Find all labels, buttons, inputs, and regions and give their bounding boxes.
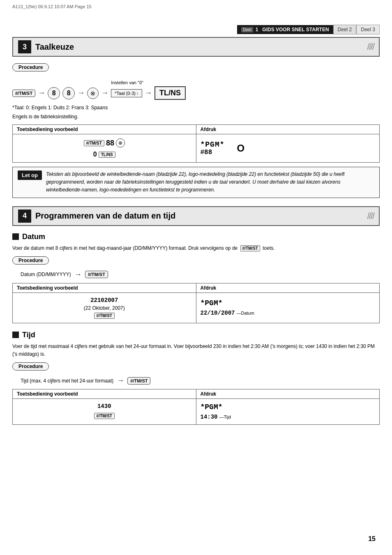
datum-value-display: 22/10/2007 [201,310,235,316]
datum-arrow: → [74,270,82,279]
section4-header: 4 Programmeren van de datum en tijd //// [12,206,380,226]
example-0-s3: 0 [93,151,97,158]
let-op-text: Teksten als bijvoorbeeld de winkelbedien… [46,170,374,194]
deel1-label: Deel [241,27,253,32]
datum-proc-diagram: Datum (DD/MM/YYYY) → #/TM/ST [21,270,380,279]
ex-datum-key: #/TM/ST [94,313,115,319]
datum-proc-key: #/TM/ST [85,271,108,278]
procedure-badge-tijd: Procedure [12,362,49,371]
display-hash88-s3: #88 [201,149,225,156]
deel2-num: 2 [349,27,352,32]
key-x-ex-s3: ⊗ [116,138,125,147]
deel1-title: GIDS VOOR SNEL STARTEN [262,27,329,32]
key-tl-ns-s3: TL/NS [154,86,186,100]
section3-title: Taalkeuze [35,42,74,52]
example-table-header-s3: Toetsbediening voorbeeld Afdruk [13,125,379,134]
col-left-label-s3: Toetsbediening voorbeeld [13,125,196,134]
deel3-nav: Deel 3 [356,25,380,35]
example-table-header-datum: Toetsbediening voorbeeld Afdruk [13,283,379,293]
example-table-body-datum: 22102007 (22 Oktober, 2007) #/TM/ST *PGM… [13,293,379,323]
key-8b-s3: 8 [62,87,75,99]
deel3-label: Deel [361,27,371,32]
key-small-hash-s3: #/TM/ST [84,140,104,146]
example-left-s3: #/TM/ST 88 ⊗ 0 TL/NS [13,134,196,162]
tijd-intro: Voer de tijd met maximaal 4 cijfers met … [12,343,380,358]
col-left-tijd: Toetsbediening voorbeeld [13,389,196,398]
tijd-proc-label: Tijd (max. 4 cijfers met het 24-uur form… [21,378,113,384]
tijd-value-label: —Tijd [219,415,231,419]
ex-datum-num: 22102007 [90,297,118,304]
tijd-pgm-display: *PGM* [201,403,223,411]
doc-reference: A113_1(Ne) 06.9.12 10:07 AM Page 15 [12,4,92,9]
section4-lines: //// [367,211,374,221]
section3-number: 3 [18,40,31,53]
key-8a-s3: 8 [48,87,60,99]
key-taal-s3: *Taal (0-3) ↓ [111,89,142,97]
example-table-header-tijd: Toetsbediening voorbeeld Afdruk [13,389,379,399]
key-hash-tmst-s3: #/TM/ST [12,90,35,97]
section3-header: 3 Taalkeuze //// [12,37,380,57]
datum-value-label: —Datum [237,311,254,315]
example-88-s3: 88 [106,139,114,147]
main-content: 3 Taalkeuze //// Procedure #/TM/ST → 8 8… [12,37,380,429]
deel1-nav: Deel 1 GIDS VOOR SNEL STARTEN [237,25,333,34]
datum-intro: Voer de datum met 8 cijfers in met het d… [12,244,380,252]
example-table-body-tijd: 1430 #/TM/ST *PGM* 14:30 —Tijd [13,399,379,424]
let-op-box-s3: Let op Teksten als bijvoorbeeld de winke… [12,167,380,198]
key-tlns-ex-s3: TL/NS [99,152,115,158]
section4-number: 4 [18,210,31,223]
instellen-label: Instellen van "0" [111,80,143,85]
display-pgm-s3: *PGM* [201,140,225,149]
col-right-datum: Afdruk [196,283,380,292]
example-right-tijd: *PGM* 14:30 —Tijd [196,399,380,424]
deel2-nav: Deel 2 [333,25,357,35]
ex-datum-text: (22 Oktober, 2007) [84,305,125,311]
datum-pgm-display: *PGM* [201,299,223,307]
example-table-s3: Toetsbediening voorbeeld Afdruk #/TM/ST … [12,124,380,163]
example-table-tijd: Toetsbediening voorbeeld Afdruk 1430 #/T… [12,389,380,425]
example-right-s3: *PGM* #88 O [196,134,380,162]
section4-title: Programmeren van de datum en tijd [35,211,175,221]
top-nav: Deel 1 GIDS VOOR SNEL STARTEN Deel 2 Dee… [237,25,380,35]
tijd-proc-diagram: Tijd (max. 4 cijfers met het 24-uur form… [21,376,380,385]
ex-tijd-key: #/TM/ST [94,413,115,419]
section4: 4 Programmeren van de datum en tijd ////… [12,206,380,425]
let-op-badge: Let op [18,170,42,180]
page-number: 15 [368,535,376,543]
example-table-datum: Toetsbediening voorbeeld Afdruk 22102007… [12,283,380,323]
footnote2-s3: Engels is de fabrieksinstelling. [12,113,380,120]
key-x-s3: ⊗ [87,88,99,99]
procedure-badge-s3: Procedure [12,63,49,71]
datum-section: Datum Voer de datum met 8 cijfers in met… [12,233,380,323]
tijd-section: Tijd Voer de tijd met maximaal 4 cijfers… [12,331,380,425]
section3-lines: //// [367,41,374,52]
arrow4-s3: → [145,89,152,97]
col-left-datum: Toetsbediening voorbeeld [13,283,196,292]
deel2-label: Deel [338,27,348,32]
tijd-square-icon [12,332,19,338]
arrow1-s3: → [38,89,45,97]
example-right-datum: *PGM* 22/10/2007 —Datum [196,293,380,323]
col-right-label-s3: Afdruk [196,125,380,134]
tijd-proc-key: #/TM/ST [127,377,150,385]
arrow2-s3: → [77,89,85,97]
example-left-datum: 22102007 (22 Oktober, 2007) #/TM/ST [13,293,196,323]
tijd-value-display: 14:30 [201,414,218,420]
ex-tijd-num: 1430 [97,403,111,410]
deel1-num: 1 [256,27,258,32]
col-right-tijd: Afdruk [196,389,380,398]
tijd-title: Tijd [12,331,380,339]
footnote1-s3: *Taal: 0: Engels 1: Duits 2: Frans 3: Sp… [12,104,380,111]
datum-proc-label: Datum (DD/MM/YYYY) [21,272,71,277]
arrow3-s3: → [101,89,108,97]
display-o-s3: O [237,143,245,154]
datum-intro-key: #/TM/ST [240,245,260,251]
deel3-num: 3 [372,27,375,32]
example-left-tijd: 1430 #/TM/ST [13,399,196,424]
tijd-arrow: → [117,376,124,385]
datum-square-icon [12,233,19,240]
procedure-badge-datum: Procedure [12,256,49,265]
example-table-body-s3: #/TM/ST 88 ⊗ 0 TL/NS *PGM* #88 O [13,134,379,162]
datum-title: Datum [12,233,380,241]
